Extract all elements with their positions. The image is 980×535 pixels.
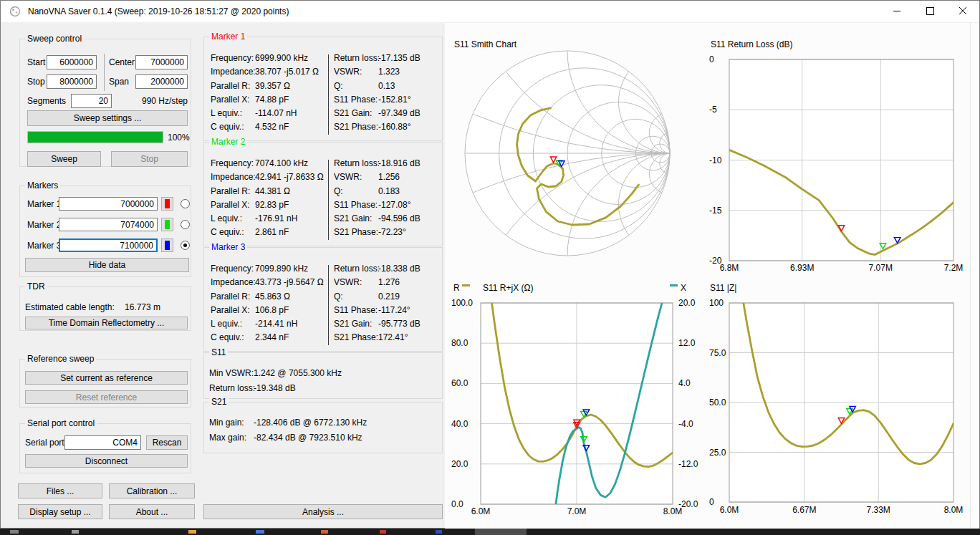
field-label: S21 Gain:	[334, 213, 378, 223]
sweep-control-group: Sweep control Start Center Stop Span Seg…	[19, 39, 191, 167]
panel-divider	[328, 54, 329, 135]
sweep-button[interactable]: Sweep	[27, 151, 101, 167]
disconnect-button[interactable]: Disconnect	[25, 454, 188, 468]
field-value: 7074.100 kHz	[255, 158, 308, 168]
maximize-button[interactable]	[913, 1, 946, 21]
step-size-info: 990 Hz/step	[123, 96, 188, 106]
marker1-select-radio[interactable]	[181, 199, 190, 208]
field-label: VSWR:	[334, 67, 378, 77]
about-button[interactable]: About ...	[109, 504, 195, 519]
serial-port-group: Serial port control Serial port Rescan D…	[19, 423, 191, 473]
field-value: -97.349 dB	[378, 108, 421, 118]
data-row: Return loss:-18.916 dB	[334, 158, 438, 172]
minimize-button[interactable]	[880, 1, 913, 21]
hide-data-button[interactable]: Hide data	[25, 258, 189, 272]
data-row: Return loss:-18.338 dB	[334, 264, 438, 277]
rescan-button[interactable]: Rescan	[146, 435, 188, 450]
field-label: Q:	[334, 81, 378, 91]
start-button-sliver[interactable]	[10, 530, 19, 534]
close-icon	[959, 7, 967, 15]
field-label: Parallel X:	[211, 95, 255, 105]
svg-text:R: R	[453, 283, 460, 293]
marker2-select-radio[interactable]	[181, 220, 190, 229]
svg-text:7.33M: 7.33M	[866, 505, 890, 515]
field-label: Return loss:	[334, 158, 378, 168]
field-value: 0.183	[378, 186, 400, 196]
field-label: S11 Phase:	[334, 95, 378, 105]
maximize-icon	[926, 7, 934, 15]
field-value: 92.83 pF	[255, 200, 289, 210]
svg-text:100.0: 100.0	[451, 298, 473, 308]
data-row: C equiv.:4.532 nF	[211, 122, 328, 135]
segments-input[interactable]	[71, 94, 112, 108]
sweep-settings-button[interactable]: Sweep settings ...	[27, 110, 188, 126]
field-label: Q:	[334, 291, 378, 302]
taskbar[interactable]	[0, 529, 980, 535]
marker3-label: Marker 3	[27, 241, 61, 251]
marker1-frequency-input[interactable]	[59, 197, 158, 211]
field-label: Frequency:	[211, 53, 255, 63]
marker1-color-button[interactable]	[161, 197, 173, 211]
svg-text:S11 |Z|: S11 |Z|	[710, 283, 736, 293]
marker3-frequency-input[interactable]	[59, 238, 158, 252]
s21-summary-rows: Min gain:-128.406 dB @ 6772.130 kHzMax g…	[209, 418, 438, 448]
data-row: Parallel R:39.357 Ω	[211, 81, 328, 95]
pinned-app-1[interactable]	[188, 530, 196, 534]
files-button[interactable]: Files ...	[18, 483, 102, 498]
reference-sweep-title: Reference sweep	[25, 354, 96, 364]
progress-fill	[28, 132, 163, 143]
stop-input[interactable]	[47, 74, 97, 89]
calibration-button[interactable]: Calibration ...	[109, 483, 195, 498]
active-app-button[interactable]	[475, 529, 527, 535]
display-setup-button[interactable]: Display setup ...	[18, 504, 102, 519]
svg-text:6.0M: 6.0M	[720, 505, 739, 515]
svg-text:-10: -10	[709, 155, 722, 165]
pinned-app-2[interactable]	[256, 530, 264, 534]
center-input[interactable]	[135, 55, 188, 69]
svg-text:-4.0: -4.0	[678, 419, 693, 429]
close-button[interactable]	[946, 1, 979, 21]
s11-smith-chart[interactable]: S11 Smith Chart	[448, 33, 706, 280]
svg-text:4.0: 4.0	[678, 378, 691, 388]
svg-text:-15: -15	[709, 206, 722, 216]
marker2-color-button[interactable]	[161, 218, 173, 231]
s21-summary-panel: S21 Min gain:-128.406 dB @ 6772.130 kHzM…	[203, 402, 443, 453]
field-value: 74.88 pF	[255, 95, 289, 105]
field-value: -94.596 dB	[378, 213, 421, 223]
field-label: Frequency:	[211, 158, 255, 168]
s11-return-loss-chart[interactable]: S11 Return Loss (dB)0-5-10-15-206.8M6.93…	[706, 33, 969, 280]
tdr-button[interactable]: Time Domain Reflectometry ...	[25, 317, 188, 329]
field-label: Parallel R:	[211, 291, 255, 302]
marker3-select-radio[interactable]	[181, 241, 190, 250]
marker1-color-swatch	[165, 199, 170, 208]
svg-text:0: 0	[709, 54, 714, 64]
marker2-frequency-input[interactable]	[59, 218, 158, 231]
data-row: Min VSWR:1.242 @ 7055.300 kHz	[209, 368, 438, 383]
svg-text:X: X	[681, 283, 686, 293]
svg-text:0.0: 0.0	[451, 499, 463, 509]
marker3-color-swatch	[165, 241, 170, 250]
serial-port-title: Serial port control	[25, 418, 97, 428]
analysis-button[interactable]: Analysis ...	[203, 504, 443, 519]
marker3-color-button[interactable]	[161, 238, 173, 252]
data-row: S21 Phase:172.41°	[334, 332, 438, 346]
field-value: -95.773 dB	[378, 319, 421, 329]
stop-button[interactable]: Stop	[111, 151, 188, 167]
data-row: Parallel R:45.863 Ω	[211, 291, 328, 305]
pinned-app-5[interactable]	[436, 530, 442, 534]
s11-z-chart[interactable]: S11 |Z|10075.050.025.006.0M6.67M7.33M8.0…	[706, 280, 969, 527]
start-input[interactable]	[47, 55, 97, 69]
set-reference-button[interactable]: Set current as reference	[25, 371, 188, 385]
field-value: 1.256	[378, 172, 400, 182]
span-input[interactable]	[135, 74, 188, 89]
search-icon-sliver[interactable]	[72, 530, 79, 534]
reset-reference-button[interactable]: Reset reference	[25, 390, 188, 404]
svg-text:6.67M: 6.67M	[792, 505, 816, 515]
field-label: Parallel R:	[211, 81, 255, 91]
s11-rjx-chart[interactable]: RXS11 R+jX (Ω)100.080.060.040.020.00.020…	[448, 280, 706, 527]
pinned-app-3[interactable]	[321, 530, 328, 534]
serial-port-input[interactable]	[64, 435, 141, 450]
span-label: Span	[109, 77, 129, 87]
pinned-app-4[interactable]	[380, 530, 386, 534]
data-row: Frequency:6999.900 kHz	[211, 53, 328, 67]
